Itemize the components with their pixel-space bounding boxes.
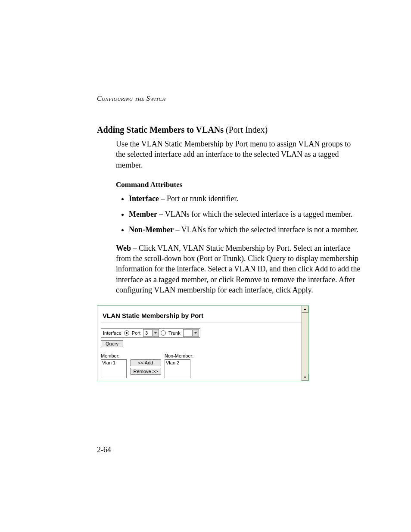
web-lead: Web — [116, 244, 131, 252]
attr-term: Member — [129, 210, 157, 218]
port-select-value: 3 — [143, 330, 152, 336]
attr-desc: – Port or trunk identifier. — [159, 194, 238, 203]
attr-term: Non-Member — [129, 225, 174, 234]
scroll-up-button[interactable] — [302, 306, 308, 313]
screenshot-panel: VLAN Static Membership by Port Interface… — [97, 305, 309, 381]
port-radio[interactable] — [124, 330, 129, 336]
trunk-select[interactable] — [183, 329, 199, 337]
web-paragraph: Web – Click VLAN, VLAN Static Membership… — [116, 243, 361, 295]
running-head: Configuring the Switch — [97, 95, 361, 103]
attributes-list: Interface – Port or trunk identifier. Me… — [116, 193, 361, 235]
attr-desc: – VLANs for which the selected interface… — [157, 210, 353, 218]
divider — [101, 323, 305, 323]
panel-title: VLAN Static Membership by Port — [101, 308, 305, 322]
remove-button[interactable]: Remove >> — [130, 368, 161, 375]
heading-suffix: (Port Index) — [224, 125, 268, 134]
command-attributes-heading: Command Attributes — [116, 180, 361, 189]
chevron-down-icon — [192, 330, 199, 336]
member-label: Member: — [101, 353, 127, 358]
trunk-label: Trunk — [168, 330, 181, 336]
web-body: – Click VLAN, VLAN Static Membership by … — [116, 244, 360, 294]
chevron-down-icon — [152, 330, 159, 336]
list-item: Non-Member – VLANs for which the selecte… — [129, 224, 361, 235]
scroll-down-button[interactable] — [302, 374, 308, 381]
list-item: Interface – Port or trunk identifier. — [129, 193, 361, 204]
attr-term: Interface — [129, 194, 159, 203]
nonmember-listbox[interactable]: Vlan 2 — [165, 359, 190, 378]
interface-row: Interface Port 3 Trunk — [101, 328, 200, 338]
list-item[interactable]: Vlan 2 — [166, 360, 189, 365]
interface-label: Interface — [103, 330, 121, 336]
scrollbar[interactable] — [301, 306, 308, 381]
membership-lists: Member: Vlan 1 << Add Remove >> Non-Memb… — [101, 353, 305, 378]
add-button[interactable]: << Add — [130, 359, 161, 366]
list-item: Member – VLANs for which the selected in… — [129, 209, 361, 219]
nonmember-label: Non-Member: — [165, 353, 193, 358]
intro-paragraph: Use the VLAN Static Membership by Port m… — [116, 139, 361, 170]
port-select[interactable]: 3 — [143, 329, 159, 337]
screenshot-figure: VLAN Static Membership by Port Interface… — [97, 305, 309, 381]
list-item[interactable]: Vlan 1 — [102, 360, 125, 365]
query-button[interactable]: Query — [101, 340, 123, 347]
port-label: Port — [132, 330, 140, 336]
heading-main: Adding Static Members to VLANs — [97, 125, 224, 134]
page-number: 2-64 — [97, 445, 111, 454]
member-listbox[interactable]: Vlan 1 — [101, 359, 127, 378]
trunk-radio[interactable] — [161, 330, 166, 336]
attr-desc: – VLANs for which the selected interface… — [174, 225, 358, 234]
section-heading: Adding Static Members to VLANs (Port Ind… — [97, 124, 361, 135]
